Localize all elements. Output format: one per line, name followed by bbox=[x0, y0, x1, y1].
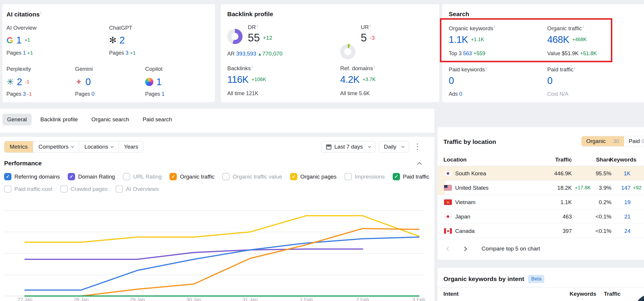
granularity-button[interactable]: Daily bbox=[379, 141, 409, 153]
next-page-chevron-icon[interactable] bbox=[462, 246, 467, 251]
annotation-box bbox=[440, 18, 612, 62]
copilot-value[interactable]: 1 bbox=[156, 76, 162, 88]
beta-badge: Beta bbox=[528, 275, 544, 283]
keywords-link[interactable]: 19 bbox=[624, 195, 631, 209]
keywords-by-intent-panel: Organic keywords by intent Beta Intent K… bbox=[438, 268, 644, 301]
location-row-vietnam[interactable]: Vietnam 1.1K 0.2% 19 bbox=[438, 195, 644, 209]
paid-keywords-label: Paid keywordsi bbox=[449, 66, 487, 73]
info-icon[interactable]: i bbox=[252, 65, 252, 69]
competitors-filter-button[interactable]: Competitors bbox=[33, 141, 79, 152]
checkbox-organic-traffic-value[interactable]: Organic traffic value bbox=[222, 173, 282, 180]
copilot-icon bbox=[145, 78, 153, 86]
ar-value[interactable]: 393,593 bbox=[236, 51, 256, 57]
location-row-south-korea[interactable]: South Korea 446.9K 95.5% 1K bbox=[438, 166, 644, 181]
performance-panel: Metrics Competitors Locations Years Last… bbox=[0, 137, 434, 301]
col-intent[interactable]: Intent bbox=[443, 291, 459, 297]
ai-overview-value[interactable]: 1 bbox=[16, 35, 21, 46]
tab-organic-search[interactable]: Organic search bbox=[87, 114, 134, 125]
tab-general[interactable]: General bbox=[2, 114, 32, 125]
backlinks-value[interactable]: 116K bbox=[227, 74, 249, 85]
backlink-profile-title: Backlink profile bbox=[227, 11, 273, 18]
info-icon[interactable]: i bbox=[574, 66, 575, 70]
keywords-link[interactable]: 1K bbox=[624, 166, 631, 181]
locations-filter-button[interactable]: Locations bbox=[79, 141, 118, 152]
dr-donut-gauge bbox=[227, 29, 243, 44]
location-row-japan[interactable]: Japan 463 <0.1% 21 bbox=[438, 209, 644, 224]
date-range-button[interactable]: Last 7 days bbox=[321, 141, 376, 153]
info-icon[interactable]: i bbox=[374, 65, 375, 69]
checkbox-organic-traffic[interactable]: Organic traffic bbox=[170, 173, 214, 180]
checkbox-icon bbox=[170, 173, 177, 180]
traffic-by-location-title: Traffic by location bbox=[443, 138, 496, 145]
gemini-value[interactable]: 0 bbox=[85, 76, 91, 88]
checkbox-impressions[interactable]: Impressions bbox=[345, 173, 385, 180]
toggle-organic[interactable]: Organic 30 bbox=[582, 136, 624, 146]
checkbox-paid-traffic-cost[interactable]: Paid traffic cost bbox=[4, 185, 52, 193]
ur-label: URi bbox=[361, 23, 370, 31]
organic-count: 30 bbox=[613, 138, 619, 144]
more-options-kebab-icon[interactable]: ⋮ bbox=[413, 143, 421, 151]
checkbox-icon bbox=[68, 173, 75, 180]
organic-paid-toggle: Organic 30 Paid 0 bbox=[581, 136, 644, 147]
united-states-flag-icon bbox=[444, 185, 452, 191]
keywords-link[interactable]: 147 bbox=[621, 181, 631, 195]
tab-backlink-profile[interactable]: Backlink profile bbox=[36, 114, 83, 125]
chevron-down-icon bbox=[368, 144, 371, 148]
paid-traffic-value[interactable]: 0 bbox=[547, 75, 553, 86]
checkbox-icon bbox=[393, 173, 400, 180]
col-intent-keywords[interactable]: Keywords bbox=[570, 291, 596, 297]
keywords-link[interactable]: 24 bbox=[624, 224, 631, 238]
backlink-profile-card: Backlink profile DRi 55 +12 AR 393,593 ▲… bbox=[221, 4, 439, 102]
metric-checkbox-row-2: Paid traffic cost Crawled pages AI Overv… bbox=[4, 185, 159, 193]
col-share[interactable]: Share bbox=[596, 157, 611, 163]
prev-page-chevron-icon[interactable] bbox=[446, 246, 451, 251]
collapse-chevron-up-icon[interactable] bbox=[417, 162, 422, 167]
checkbox-crawled-pages[interactable]: Crawled pages bbox=[60, 185, 108, 193]
checkbox-ai-overviews[interactable]: AI Overviews bbox=[116, 185, 159, 193]
location-row-canada[interactable]: Canada 397 <0.1% 24 bbox=[438, 224, 644, 238]
paid-count: 0 bbox=[641, 138, 644, 144]
info-icon[interactable]: i bbox=[486, 66, 487, 70]
backlinks-alltime: All time 121K bbox=[227, 90, 258, 97]
ai-citations-title: AI citationsi bbox=[6, 11, 41, 18]
col-intent-traffic[interactable]: Traffic bbox=[604, 291, 621, 297]
years-filter-button[interactable]: Years bbox=[118, 141, 143, 152]
location-row-united-states[interactable]: United States 18.2K +17.8K 3.9% 147 +92 bbox=[438, 181, 644, 195]
canada-flag-icon bbox=[444, 228, 452, 234]
checkbox-domain-rating[interactable]: Domain Rating bbox=[68, 173, 115, 180]
gemini-icon: ✦ bbox=[75, 78, 82, 86]
checkbox-icon bbox=[123, 173, 130, 180]
toggle-paid[interactable]: Paid 0 bbox=[624, 136, 644, 146]
ref-domains-value[interactable]: 4.2K bbox=[340, 74, 360, 85]
performance-chart[interactable]: 27 Jan28 Jan29 Jan30 Jan31 Jan1 Feb2 Feb… bbox=[0, 194, 434, 301]
ai-citations-card: AI citationsi AI Overview G 1 +1 Pages 1… bbox=[2, 4, 215, 102]
report-tabs-band: General Backlink profile Organic search … bbox=[0, 109, 434, 133]
perplexity-label: Perplexity bbox=[6, 66, 31, 72]
paid-keywords-value[interactable]: 0 bbox=[449, 75, 454, 86]
tab-paid-search[interactable]: Paid search bbox=[138, 114, 177, 125]
info-icon[interactable]: i bbox=[40, 11, 41, 15]
col-traffic[interactable]: Traffic bbox=[555, 157, 572, 163]
ar-row: AR 393,593 ▲770,070 bbox=[227, 51, 282, 57]
ai-overview-label: AI Overview bbox=[6, 25, 36, 31]
svg-text:2 Feb: 2 Feb bbox=[356, 297, 369, 301]
gemini-pages: Pages 0 bbox=[75, 91, 94, 97]
checkbox-url-rating[interactable]: URL Rating bbox=[123, 173, 162, 180]
col-keywords[interactable]: Keywords bbox=[610, 157, 636, 163]
checkbox-organic-pages[interactable]: Organic pages bbox=[290, 173, 337, 180]
info-icon[interactable]: i bbox=[370, 23, 370, 28]
keywords-link[interactable]: 21 bbox=[624, 209, 631, 224]
checkbox-icon bbox=[4, 185, 11, 193]
compare-top5-link[interactable]: Compare top 5 on chart bbox=[482, 245, 540, 252]
col-location[interactable]: Location bbox=[443, 157, 467, 163]
chatgpt-value[interactable]: 2 bbox=[119, 35, 125, 46]
checkbox-paid-traffic[interactable]: Paid traffic bbox=[393, 173, 429, 180]
perplexity-value[interactable]: 2 bbox=[17, 76, 22, 88]
info-icon[interactable]: i bbox=[257, 23, 257, 28]
ur-donut-gauge bbox=[340, 44, 355, 59]
metrics-filter-button[interactable]: Metrics bbox=[4, 141, 33, 152]
svg-text:1 Feb: 1 Feb bbox=[300, 297, 313, 301]
checkbox-referring-domains[interactable]: Referring domains bbox=[4, 173, 60, 180]
location-table-header: Location Traffic Share Keywords bbox=[438, 157, 644, 166]
checkbox-icon bbox=[345, 173, 352, 180]
